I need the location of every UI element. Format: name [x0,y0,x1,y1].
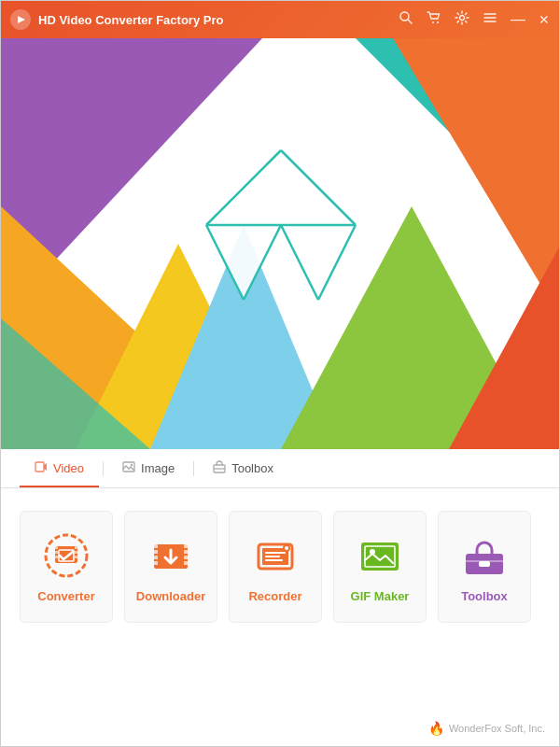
svg-rect-47 [154,544,158,548]
recorder-label: Recorder [248,589,301,603]
tool-recorder[interactable]: Recorder [229,511,322,623]
tab-video[interactable]: Video [20,451,99,487]
toolbox-tab-icon [213,460,226,476]
image-tab-icon [122,460,135,476]
svg-rect-54 [184,561,188,565]
svg-rect-53 [184,556,188,559]
tool-gif-maker[interactable]: GIF Maker [333,511,427,623]
recorder-icon [251,531,300,580]
tool-converter[interactable]: Converter [20,511,113,623]
brand-name: WonderFox Soft, Inc. [449,723,545,734]
tabs-bar: Video Image Toolbox [1,449,559,488]
svg-rect-43 [75,546,77,549]
window-controls: — ✕ [399,10,550,29]
svg-rect-51 [184,544,188,548]
tool-toolbox[interactable]: Toolbox [438,511,531,623]
svg-point-62 [285,546,288,550]
tab-toolbox-label: Toolbox [231,461,273,475]
svg-rect-45 [75,556,77,558]
hero-banner [1,38,560,449]
settings-icon[interactable] [455,10,469,29]
svg-rect-42 [55,556,58,558]
svg-rect-48 [154,550,158,554]
svg-rect-52 [184,550,188,554]
tab-divider-1 [103,461,104,476]
svg-line-2 [408,20,412,23]
minimize-button[interactable]: — [511,12,525,27]
search-icon[interactable] [399,10,413,29]
svg-rect-67 [479,561,490,567]
tab-image[interactable]: Image [107,451,189,487]
svg-rect-44 [75,551,77,554]
tool-downloader[interactable]: Downloader [124,511,217,623]
bottom-section: Video Image Toolbox [1,449,559,747]
menu-icon[interactable] [483,10,497,29]
tab-image-label: Image [141,461,175,475]
video-tab-icon [35,460,48,476]
hero-graphic [1,38,560,449]
app-logo [10,9,31,30]
brand-flame-icon: 🔥 [428,721,444,736]
tab-video-label: Video [53,461,84,475]
svg-point-4 [437,21,439,23]
svg-rect-32 [35,462,44,472]
svg-rect-50 [154,561,158,565]
downloader-icon [147,531,195,580]
title-bar: HD Video Converter Factory Pro [1,1,559,38]
svg-point-34 [131,463,133,465]
close-button[interactable]: ✕ [539,12,550,27]
converter-label: Converter [37,589,94,603]
svg-point-65 [370,549,375,555]
svg-point-5 [460,16,465,21]
svg-rect-49 [154,556,158,559]
svg-point-3 [432,21,434,23]
svg-rect-40 [55,546,58,549]
app-title: HD Video Converter Factory Pro [38,13,399,27]
footer: 🔥 WonderFox Soft, Inc. [428,721,545,736]
downloader-label: Downloader [136,589,205,603]
toolbox-icon [460,531,509,580]
svg-rect-41 [55,551,58,554]
gif-maker-icon [356,531,404,580]
tab-toolbox[interactable]: Toolbox [198,451,288,487]
gif-maker-label: GIF Maker [351,589,410,603]
converter-icon [42,531,91,580]
toolbox-tool-label: Toolbox [461,589,508,603]
cart-icon[interactable] [427,10,441,29]
tools-grid: Converter Downloader [1,488,559,641]
tab-divider-2 [193,461,194,476]
